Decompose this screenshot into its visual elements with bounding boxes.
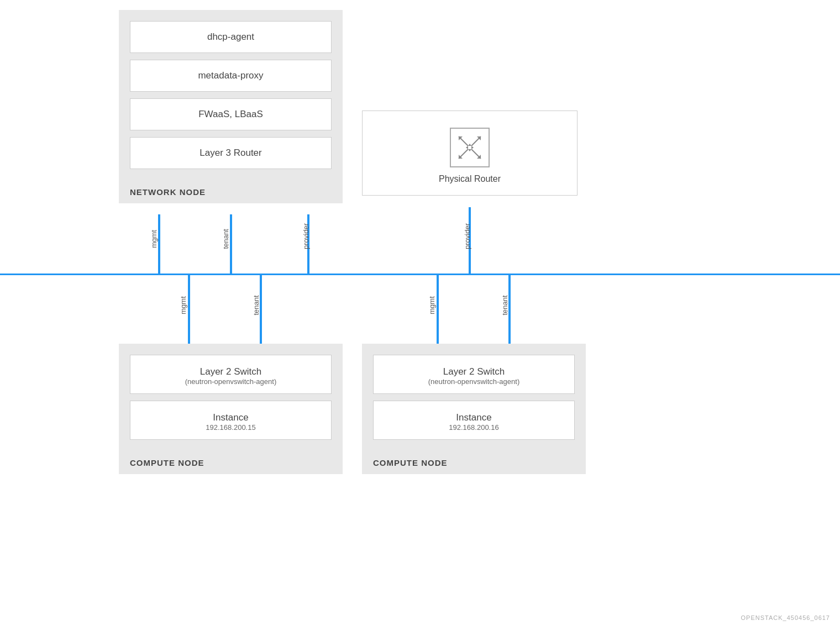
physical-router-box: Physical Router xyxy=(362,111,578,196)
svg-marker-6 xyxy=(471,146,474,149)
svg-marker-4 xyxy=(468,144,471,146)
nn-mgmt-label: mgmt xyxy=(150,230,158,248)
network-node-label: NETWORK NODE xyxy=(130,187,206,197)
fabric-line xyxy=(0,274,840,275)
nn-provider-label: provider xyxy=(302,223,310,249)
compute1-layer2-box: Layer 2 Switch (neutron-openvswitch-agen… xyxy=(130,355,332,394)
router-svg xyxy=(456,134,484,161)
c2-tenant-connector xyxy=(508,275,511,344)
fwaas-lbaas-box: FWaaS, LBaaS xyxy=(130,98,332,130)
compute2-layer2-box: Layer 2 Switch (neutron-openvswitch-agen… xyxy=(373,355,575,394)
compute-node-2-label: COMPUTE NODE xyxy=(373,458,448,467)
watermark: OPENSTACK_450456_0617 xyxy=(741,614,830,621)
c2-mgmt-connector xyxy=(437,275,439,344)
compute1-instance-box: Instance 192.168.200.15 xyxy=(130,401,332,440)
diagram-container: dhcp-agent metadata-proxy FWaaS, LBaaS L… xyxy=(0,0,840,631)
c1-mgmt-connector xyxy=(188,275,190,344)
metadata-proxy-box: metadata-proxy xyxy=(130,60,332,92)
c2-mgmt-label: mgmt xyxy=(428,296,436,314)
network-node: dhcp-agent metadata-proxy FWaaS, LBaaS L… xyxy=(119,10,343,203)
router-icon xyxy=(450,128,490,167)
pr-provider-label: provider xyxy=(463,223,471,249)
layer3-router-box: Layer 3 Router xyxy=(130,137,332,169)
c1-mgmt-label: mgmt xyxy=(179,296,187,314)
nn-mgmt-connector xyxy=(158,214,160,275)
compute-node-1-label: COMPUTE NODE xyxy=(130,458,204,467)
c2-tenant-label: tenant xyxy=(501,295,509,315)
c1-tenant-label: tenant xyxy=(252,295,260,315)
compute2-instance-box: Instance 192.168.200.16 xyxy=(373,401,575,440)
svg-marker-7 xyxy=(468,149,471,151)
physical-router-label: Physical Router xyxy=(439,174,501,184)
compute-node-1: Layer 2 Switch (neutron-openvswitch-agen… xyxy=(119,344,343,474)
c1-tenant-connector xyxy=(260,275,262,344)
svg-marker-5 xyxy=(466,146,468,149)
compute-node-2: Layer 2 Switch (neutron-openvswitch-agen… xyxy=(362,344,586,474)
nn-tenant-label: tenant xyxy=(222,229,230,249)
nn-tenant-connector xyxy=(230,214,232,275)
dhcp-agent-box: dhcp-agent xyxy=(130,21,332,53)
